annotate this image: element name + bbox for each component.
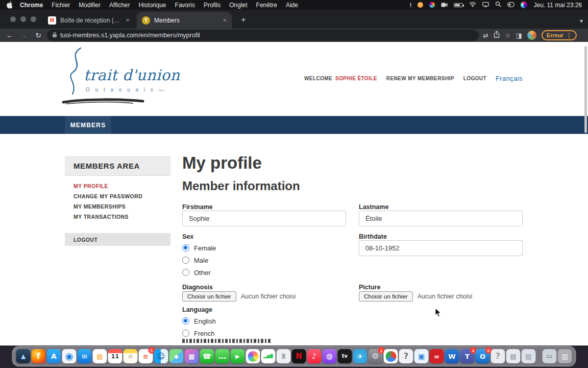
translate-icon[interactable]: ⇄ [483,32,488,39]
menubar-menu-fenêtre[interactable]: Fenêtre [256,2,277,9]
numbers-chart-icon[interactable]: ▂▅▇ [261,349,276,363]
podcasts-icon[interactable]: ◍ [323,349,337,363]
notes-icon[interactable]: ≡ [124,349,138,363]
tab-search-chevron-icon[interactable]: ▾ [580,17,583,25]
reload-button[interactable]: ↻ [33,31,44,39]
menubar-menu-profils[interactable]: Profils [204,2,220,9]
sex-radio-female[interactable]: Female [182,243,216,252]
sex-radio-other[interactable]: Other [182,268,211,277]
language-radio-english[interactable]: English [182,316,216,326]
control-center-icon[interactable] [507,2,514,9]
tab-members[interactable]: Y Members × [137,12,232,29]
forward-button[interactable]: → [18,31,30,39]
window-minimize-button[interactable] [20,16,26,22]
search-icon[interactable] [495,1,501,9]
tower-app-icon[interactable]: ♜ [277,349,291,363]
shortcuts-icon[interactable]: ▦ [185,349,199,363]
back-button[interactable]: ← [4,31,15,39]
text-window-icon[interactable]: ▤ [506,349,521,363]
tab-close-icon[interactable]: × [223,16,227,24]
tab-close-icon[interactable]: × [126,16,130,24]
alert-icon[interactable]: ! [410,2,412,8]
bookmark-star-icon[interactable]: ☆ [505,32,511,39]
question-app-icon[interactable]: ? [491,349,505,363]
menubar-menu-favoris[interactable]: Favoris [175,2,195,9]
birthdate-field[interactable] [359,240,523,256]
sidebar-item-my-transactions[interactable]: MY TRANSACTIONS [65,212,170,222]
menubar-menu-historique[interactable]: Historique [139,2,166,9]
finder-icon[interactable]: ☺ [154,349,168,363]
apple-tv-icon[interactable]: tv [338,349,352,363]
telegram-icon[interactable]: ✈ [353,349,368,363]
url-omnibox[interactable]: tuoi-membres.s1.yapla.com/en/members/myp… [47,30,479,41]
page-scrollbar[interactable] [584,46,587,133]
menubar-menu-afficher[interactable]: Afficher [109,2,130,9]
language-radio-french[interactable]: French [182,329,214,338]
radio-button[interactable] [182,317,189,325]
firstname-field[interactable] [182,211,346,226]
window-zoom-button[interactable] [31,16,36,22]
radio-button[interactable] [182,330,189,337]
mail-icon[interactable]: ✉ [78,349,92,363]
battery-icon[interactable] [454,3,463,7]
calendar-icon[interactable]: 11 [108,349,122,363]
radio-button[interactable] [182,244,189,251]
preview-icon[interactable]: ▣ [414,349,429,363]
share-icon[interactable] [494,31,500,40]
sidebar-item-my-memberships[interactable]: MY MEMBERSHIPS [65,201,170,212]
wifi-icon[interactable] [469,2,476,9]
radio-button[interactable] [182,269,189,276]
firefox-icon[interactable]: f [32,349,46,363]
display-mirroring-icon[interactable] [482,2,489,9]
menubar-menu-onglet[interactable]: Onglet [229,2,247,9]
trash-icon[interactable]: ▥ [558,349,572,363]
app-status-rainbow-icon[interactable] [429,2,435,8]
new-tab-button[interactable]: + [238,14,249,26]
apple-menu-icon[interactable] [6,1,13,9]
outlook-icon[interactable]: O6 [476,349,490,363]
books-icon[interactable]: ▤ [93,349,107,363]
sex-radio-male[interactable]: Male [182,256,208,265]
side-panel-icon[interactable]: ◨ [516,32,522,39]
sidebar-logout[interactable]: LOGOUT [65,233,170,246]
maps-icon[interactable]: ◆ [169,349,184,363]
picture-file-button[interactable]: Choisir un fichier [359,291,413,302]
tab-inbox[interactable]: M Boîte de réception (30) – syste × [43,12,135,29]
safari-icon[interactable]: ◉ [62,349,77,363]
diagnosis-file-button[interactable]: Choisir un fichier [182,291,236,302]
reminders-icon[interactable]: ≡5 [139,349,153,363]
minimized-window-icon[interactable]: ▭ [543,349,557,363]
menubar-menu-modifier[interactable]: Modifier [79,2,101,9]
netflix-icon[interactable]: N [292,349,306,363]
app-status-orange-icon[interactable] [418,2,423,8]
photos-icon[interactable] [246,349,260,363]
window-close-button[interactable] [10,16,16,22]
sidebar-item-change-password[interactable]: CHANGE MY PASSWORD [65,191,170,201]
lock-icon[interactable] [52,31,57,40]
menubar-clock[interactable]: Jeu. 11 mai 23:26 [533,2,582,9]
phone-icon[interactable]: ☎ [200,349,214,363]
menubar-menu-chrome[interactable]: Chrome [20,2,43,9]
siri-icon[interactable] [521,2,527,8]
launchpad-icon[interactable]: ▲ [16,349,31,363]
profile-avatar[interactable] [527,31,536,40]
menubar-menu-fichier[interactable]: Fichier [52,2,70,9]
settings-icon[interactable]: ⚙1 [369,349,383,363]
sidebar-item-my-profile[interactable]: MY PROFILE [65,181,170,191]
facetime-icon[interactable]: ▶ [231,349,245,363]
word-icon[interactable]: W [445,349,459,363]
site-logo[interactable]: trait d'union O u t a o u a i s inc. [62,46,180,112]
teams-icon[interactable]: T4 [460,349,475,363]
messages-icon[interactable]: … [215,349,230,363]
error-badge[interactable]: Erreur ⋮ [542,30,577,40]
video-camera-icon[interactable] [441,2,448,9]
acrobat-icon[interactable]: ∞ [430,349,444,363]
menubar-menu-aide[interactable]: Aide [286,2,298,9]
help-icon[interactable]: ? [399,349,413,363]
app-store-icon[interactable]: A [47,349,61,363]
lastname-field[interactable] [359,211,523,226]
music-icon[interactable]: ♪ [307,349,322,363]
window-icon[interactable]: ▤ [522,349,536,363]
radio-button[interactable] [182,257,189,264]
chrome-icon[interactable] [384,349,398,363]
